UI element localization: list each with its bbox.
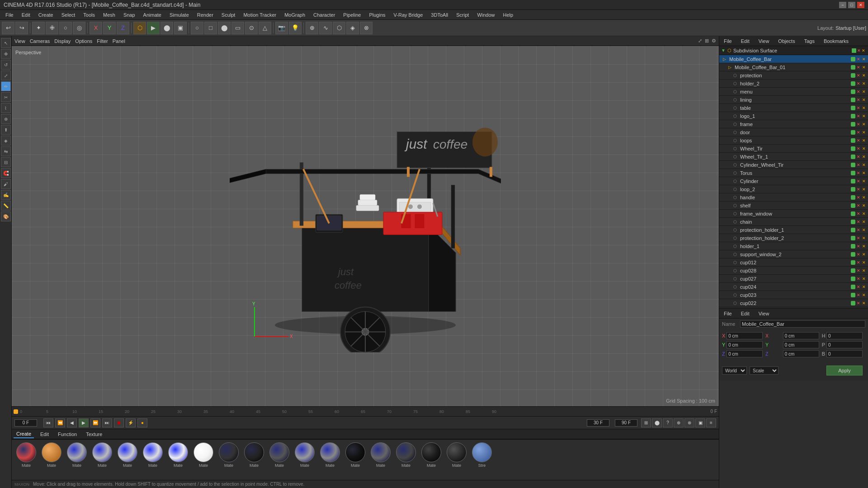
attr-tab-edit[interactable]: Edit: [738, 310, 752, 317]
material-item-3[interactable]: Mate: [90, 441, 115, 469]
obj-vis-green-cup012[interactable]: [851, 260, 855, 265]
menubar-item-file[interactable]: File: [2, 11, 17, 19]
light-button[interactable]: 💡: [289, 22, 302, 34]
obj-list-item-Wheel_Tir_1[interactable]: ⬡Wheel_Tir_1✕✕: [719, 153, 868, 161]
obj-vis-x-chain[interactable]: ✕: [857, 220, 860, 224]
obj-vis-x2-protection[interactable]: ✕: [862, 73, 866, 78]
menubar-item-simulate[interactable]: Simulate: [166, 11, 193, 19]
obj-vis-green-protection_holder_1[interactable]: [851, 228, 855, 232]
obj-vis-green-frame_window[interactable]: [851, 211, 855, 216]
tool-3d-paint[interactable]: 🎨: [1, 211, 11, 221]
effector-button[interactable]: ◈: [346, 22, 359, 34]
obj-vis-x2-logo_1[interactable]: ✕: [862, 114, 866, 118]
obj-vis-x2-Mobile_Coffee_Bar_01[interactable]: ✕: [862, 65, 866, 70]
attr-name-input[interactable]: [740, 320, 865, 328]
generator-button[interactable]: ⊗: [360, 22, 373, 34]
anim-go-start-button[interactable]: ⏮: [43, 418, 53, 427]
obj-vis-x-handle[interactable]: ✕: [857, 195, 860, 200]
material-item-12[interactable]: Mate: [317, 441, 343, 469]
attr-p-input[interactable]: [826, 341, 863, 348]
obj-vis-x-support_window_2[interactable]: ✕: [857, 252, 860, 257]
obj-list-item-cup023[interactable]: ⬡cup023✕✕: [719, 291, 868, 299]
obj-vis-x2-Wheel_Tir_1[interactable]: ✕: [862, 155, 866, 159]
new-torus-button[interactable]: ⊙: [245, 22, 258, 34]
obj-vis-x-Wheel_Tir[interactable]: ✕: [857, 146, 860, 151]
viewport-tile-btn[interactable]: ⊞: [705, 38, 709, 44]
anim-go-end-button[interactable]: ⏭: [102, 418, 112, 427]
tool-scale[interactable]: ⤢: [1, 70, 11, 80]
obj-list-item-Torus[interactable]: ⬡Torus✕✕: [719, 169, 868, 177]
obj-vis-green-loops[interactable]: [851, 138, 855, 143]
menubar-item-tools[interactable]: Tools: [80, 11, 99, 19]
obj-vis-x2-chain[interactable]: ✕: [862, 220, 866, 224]
new-cylinder-button[interactable]: ⬤: [218, 22, 231, 34]
obj-vis-x-door[interactable]: ✕: [857, 130, 860, 135]
menubar-item-render[interactable]: Render: [193, 11, 217, 19]
viewport-menu-options[interactable]: Options: [75, 38, 92, 44]
obj-vis-green-Torus[interactable]: [851, 171, 855, 175]
tool-paint[interactable]: 🖌: [1, 179, 11, 189]
anim-key-button[interactable]: ●: [137, 418, 147, 427]
mat-tab-create[interactable]: Create: [14, 430, 34, 438]
viewport-menu-cameras[interactable]: Cameras: [30, 38, 50, 44]
tool-ruler[interactable]: 📏: [1, 201, 11, 211]
menubar-item-window[interactable]: Window: [473, 11, 498, 19]
obj-vis-x2-support_window_2[interactable]: ✕: [862, 252, 866, 257]
obj-vis-x2-handle[interactable]: ✕: [862, 195, 866, 200]
camera-button[interactable]: 📷: [275, 22, 288, 34]
obj-vis-x2-Torus[interactable]: ✕: [862, 171, 866, 175]
anim-extra-btn-4[interactable]: ⊕: [674, 418, 684, 427]
new-sphere-button[interactable]: ○: [191, 22, 203, 34]
obj-vis-x2-cup028[interactable]: ✕: [862, 268, 866, 273]
material-item-0[interactable]: Mate: [14, 441, 39, 469]
deformer-button[interactable]: ⬡: [333, 22, 345, 34]
menubar-item-pipeline[interactable]: Pipeline: [340, 11, 364, 19]
anim-fps-input[interactable]: [587, 419, 609, 427]
viewport-menu-display[interactable]: Display: [54, 38, 71, 44]
obj-vis-x-shelf[interactable]: ✕: [857, 203, 860, 208]
anim-play-button[interactable]: ▶: [79, 418, 89, 427]
viewport-menu-view[interactable]: View: [14, 38, 25, 44]
obj-vis-green-protection[interactable]: [851, 73, 855, 78]
obj-vis-x-loop_2[interactable]: ✕: [857, 187, 860, 192]
obj-vis-green-support_window_2[interactable]: [851, 252, 855, 257]
obj-vis-x2-lining[interactable]: ✕: [862, 98, 866, 102]
obj-vis-x-cup027[interactable]: ✕: [857, 277, 860, 281]
obj-list-item-cup024[interactable]: ⬡cup024✕✕: [719, 283, 868, 291]
menubar-item-mograph[interactable]: MoGraph: [281, 11, 309, 19]
tool-rotate[interactable]: ↺: [1, 60, 11, 70]
scale-tool-button[interactable]: ○: [59, 22, 72, 34]
obj-vis-green-cup024[interactable]: [851, 285, 855, 289]
material-item-5[interactable]: Mate: [140, 441, 165, 469]
obj-list-item-Cylinder[interactable]: ⬡Cylinder✕✕: [719, 177, 868, 185]
attr-x-size-input[interactable]: [783, 332, 819, 339]
obj-vis-x-menu[interactable]: ✕: [857, 89, 860, 94]
attr-x-pos-input[interactable]: [726, 332, 763, 339]
obj-list-item-holder_1[interactable]: ⬡holder_1✕✕: [719, 242, 868, 250]
tool-magnet[interactable]: 🧲: [1, 168, 11, 178]
anim-step-back-button[interactable]: ⏪: [55, 418, 65, 427]
obj-vis-green-menu[interactable]: [851, 89, 855, 94]
tool-knife[interactable]: ✂: [1, 92, 11, 102]
obj-tab-edit[interactable]: Edit: [738, 38, 752, 45]
obj-list-item-frame_window[interactable]: ⬡frame_window✕✕: [719, 210, 868, 218]
obj-vis-green-shelf[interactable]: [851, 203, 855, 208]
obj-list-item-Mobile_Coffee_Bar[interactable]: ▷Mobile_Coffee_Bar✕✕: [719, 55, 868, 63]
obj-vis-green-cup023[interactable]: [851, 293, 855, 297]
obj-list-item-Wheel_Tir[interactable]: ⬡Wheel_Tir✕✕: [719, 145, 868, 153]
obj-vis-x2-Cylinder_Wheel_Tir[interactable]: ✕: [862, 163, 866, 167]
anim-extra-btn-1[interactable]: ⊞: [641, 418, 651, 427]
obj-vis-green-cup028[interactable]: [851, 268, 855, 273]
coord-mode-select[interactable]: Scale Position Rotation: [750, 366, 778, 375]
render-button[interactable]: ▶: [147, 22, 160, 34]
obj-vis-x2-protection_holder_2[interactable]: ✕: [862, 236, 866, 240]
obj-vis-x2-frame[interactable]: ✕: [862, 122, 866, 127]
menubar-item-edit[interactable]: Edit: [18, 11, 34, 19]
obj-vis-x2-holder_2[interactable]: ✕: [862, 81, 866, 86]
obj-vis-green-logo_1[interactable]: [851, 114, 855, 118]
coord-system-select[interactable]: World Object: [722, 366, 747, 375]
menubar-item-motion-tracker[interactable]: Motion Tracker: [240, 11, 280, 19]
obj-vis-green-cup027[interactable]: [851, 277, 855, 281]
tool-bridge[interactable]: ⌇: [1, 103, 11, 113]
obj-list-item-chain[interactable]: ⬡chain✕✕: [719, 218, 868, 226]
